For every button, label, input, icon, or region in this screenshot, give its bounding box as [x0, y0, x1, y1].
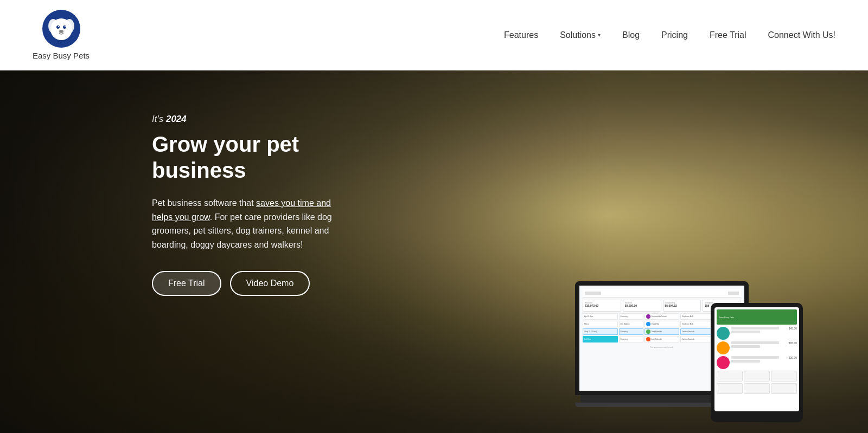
screen-stat-box-3: Outstanding $5,604.62	[663, 300, 701, 312]
header: Easy Busy Pets Features Solutions ▾ Blog…	[0, 0, 868, 70]
tablet-avatar-2	[717, 341, 730, 354]
nav-blog[interactable]: Blog	[622, 30, 640, 40]
tablet-row-1: $45.00	[717, 327, 797, 340]
tablet-screen: Easy Busy Pets $45.00	[714, 307, 799, 411]
hero-content: It's 2024 Grow your pet business Pet bus…	[0, 70, 336, 296]
solutions-dropdown-arrow: ▾	[598, 32, 601, 38]
hero-buttons: Free Trial Video Demo	[152, 271, 336, 296]
tablet-green-header: Easy Busy Pets	[717, 309, 797, 325]
svg-point-4	[63, 25, 66, 29]
nav-free-trial[interactable]: Free Trial	[710, 30, 746, 40]
svg-point-5	[59, 30, 63, 33]
tablet-body: Easy Busy Pets $45.00	[711, 303, 803, 422]
screen-stat-box-1: Revenue $19,973.62	[583, 300, 621, 312]
hero-year: 2024	[166, 114, 187, 124]
nav-pricing[interactable]: Pricing	[661, 30, 688, 40]
nav-features[interactable]: Features	[504, 30, 538, 40]
main-nav: Features Solutions ▾ Blog Pricing Free T…	[504, 30, 835, 40]
hero-section: It's 2024 Grow your pet business Pet bus…	[0, 70, 868, 433]
tablet-stat-1	[717, 371, 743, 382]
svg-point-6	[58, 26, 59, 27]
tablet-mockup: Easy Busy Pets $45.00	[711, 303, 803, 422]
screen-stat-box-2: Invoiced $9,009.00	[623, 300, 661, 312]
tablet-info-1	[731, 327, 779, 340]
tablet-screen-content: Easy Busy Pets $45.00	[714, 307, 799, 411]
tablet-info-3	[731, 356, 779, 369]
svg-point-2	[50, 18, 72, 40]
screen-header-bar	[583, 289, 741, 298]
tablet-row-3: $30.00	[717, 356, 797, 369]
devices-mockup: Revenue $19,973.62 Invoiced $9,009.00 Ou…	[575, 189, 803, 433]
logo-area: Easy Busy Pets	[33, 10, 90, 60]
hero-title: Grow your pet business	[152, 131, 336, 183]
nav-connect[interactable]: Connect With Us!	[768, 30, 835, 40]
tablet-avatar-1	[717, 327, 730, 340]
logo-text: Easy Busy Pets	[33, 51, 90, 60]
tablet-stat-2	[744, 371, 770, 382]
svg-point-7	[65, 26, 66, 27]
nav-solutions[interactable]: Solutions ▾	[560, 30, 601, 40]
tablet-info-2	[731, 341, 779, 354]
tablet-stat-row-2	[717, 383, 797, 394]
svg-point-3	[56, 25, 60, 29]
hero-video-demo-button[interactable]: Video Demo	[230, 271, 310, 296]
hero-year-line: It's 2024	[152, 114, 336, 125]
hero-description: Pet business software that saves you tim…	[152, 196, 336, 251]
tablet-stat-3	[771, 371, 797, 382]
tablet-row-2: $65.00	[717, 341, 797, 354]
tablet-avatar-3	[717, 356, 730, 369]
logo-icon	[42, 10, 80, 48]
hero-free-trial-button[interactable]: Free Trial	[152, 271, 221, 296]
dog-logo-svg	[47, 14, 76, 43]
tablet-stat-row	[717, 371, 797, 382]
